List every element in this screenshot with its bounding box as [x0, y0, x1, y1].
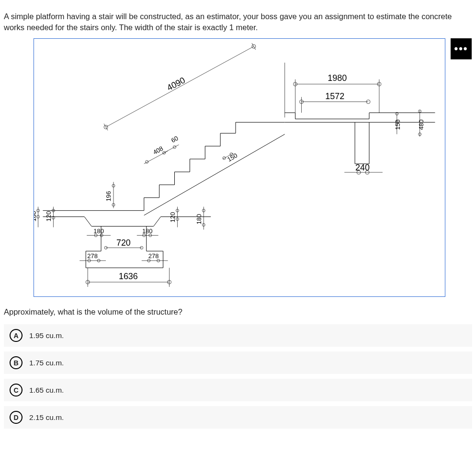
option-letter: C: [10, 384, 23, 396]
lower-landing: 60 408 196 180: [34, 135, 211, 287]
dim-4090: 4090: [104, 43, 256, 130]
dim-278R-text: 278: [148, 253, 159, 260]
option-a[interactable]: A 1.95 cu.m.: [4, 324, 472, 347]
option-letter: B: [10, 356, 23, 369]
dim-1980-text: 1980: [328, 73, 347, 83]
ellipsis-icon: •••: [454, 43, 468, 55]
dim-180l-text: 180: [34, 211, 37, 222]
option-text: 1.65 cu.m.: [29, 386, 64, 395]
option-b[interactable]: B 1.75 cu.m.: [4, 351, 472, 374]
dim-408-text: 408: [152, 145, 164, 156]
engineering-figure: 4090 1980: [34, 38, 445, 297]
dim-1572-text: 1572: [325, 91, 344, 101]
svg-line-27: [163, 145, 179, 154]
page: A simple platform having a stair will be…: [0, 0, 476, 443]
more-options-button[interactable]: •••: [451, 38, 472, 59]
option-letter: A: [10, 329, 23, 342]
right-platform: 1980 1572 240 150: [285, 63, 435, 174]
question-prompt: A simple platform having a stair will be…: [4, 11, 472, 34]
option-text: 1.75 cu.m.: [29, 359, 64, 367]
dim-720-text: 720: [116, 238, 131, 248]
dim-60-text: 60: [170, 135, 180, 144]
dim-120l-text: 120: [45, 211, 52, 222]
dim-150r-text: 150: [394, 120, 401, 130]
stair-drawing: 4090 1980: [34, 39, 445, 296]
dim-278L-text: 278: [87, 253, 98, 260]
option-d[interactable]: D 2.15 cu.m.: [4, 406, 472, 429]
option-c[interactable]: C 1.65 cu.m.: [4, 379, 472, 401]
dim-180L-text: 180: [93, 228, 104, 235]
dim-4090-text: 4090: [165, 75, 187, 92]
dim-480-text: 480: [418, 120, 425, 130]
figure-wrap: 4090 1980: [34, 38, 450, 297]
dim-150s-text: 150: [226, 152, 238, 163]
dim-196-text: 196: [105, 191, 112, 202]
sub-question: Approximately, what is the volume of the…: [4, 307, 472, 317]
stair-flight: 150: [144, 123, 285, 215]
dim-180r-text: 180: [195, 214, 203, 225]
dim-120r-text: 120: [169, 212, 176, 223]
dim-240-text: 240: [355, 163, 370, 172]
option-text: 1.95 cu.m.: [29, 331, 64, 340]
option-text: 2.15 cu.m.: [29, 413, 64, 422]
dim-180R-text: 180: [142, 228, 153, 235]
dim-1636-text: 1636: [119, 272, 138, 281]
svg-line-3: [104, 124, 108, 131]
svg-line-4: [252, 43, 256, 50]
option-letter: D: [10, 411, 23, 424]
